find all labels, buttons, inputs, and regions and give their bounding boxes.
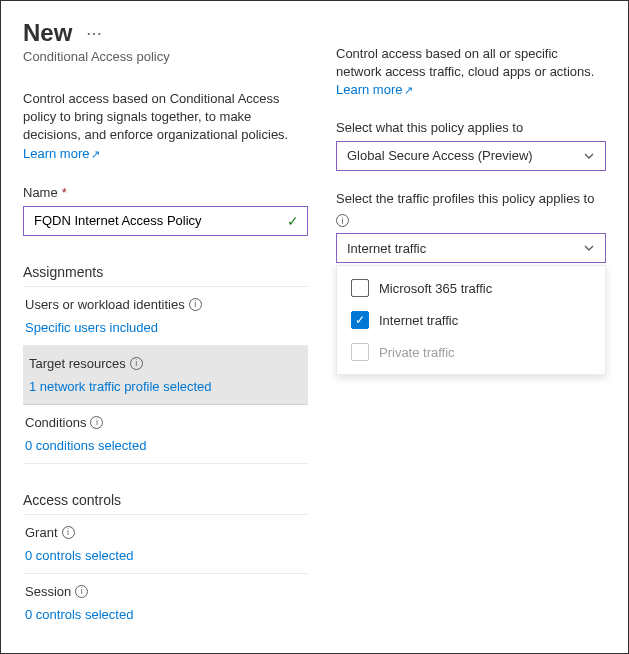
target-value[interactable]: 1 network traffic profile selected xyxy=(29,379,302,394)
info-icon[interactable]: i xyxy=(62,526,75,539)
checkmark-icon: ✓ xyxy=(287,213,299,229)
external-link-icon: ↗ xyxy=(91,148,100,160)
more-actions-icon[interactable]: ⋯ xyxy=(86,24,103,43)
access-controls-heading: Access controls xyxy=(23,492,308,515)
traffic-profiles-value: Internet traffic xyxy=(347,241,426,256)
traffic-profiles-dropdown: Microsoft 365 traffic ✓ Internet traffic… xyxy=(336,265,606,375)
learn-more-link-right[interactable]: Learn more↗ xyxy=(336,82,413,97)
grant-label: Grant i xyxy=(25,525,306,540)
conditional-access-panel: New ⋯ Conditional Access policy Control … xyxy=(0,0,629,654)
info-icon[interactable]: i xyxy=(189,298,202,311)
conditions-value[interactable]: 0 conditions selected xyxy=(25,438,306,453)
conditions-row[interactable]: Conditions i 0 conditions selected xyxy=(23,405,308,464)
users-value[interactable]: Specific users included xyxy=(25,320,306,335)
checkbox-icon xyxy=(351,279,369,297)
left-description: Control access based on Conditional Acce… xyxy=(23,90,308,163)
grant-row[interactable]: Grant i 0 controls selected xyxy=(23,515,308,574)
info-icon[interactable]: i xyxy=(75,585,88,598)
checkbox-checked-icon: ✓ xyxy=(351,311,369,329)
right-description: Control access based on all or specific … xyxy=(336,45,606,100)
name-label: Name * xyxy=(23,185,308,200)
option-private-traffic: Private traffic xyxy=(337,336,605,368)
title-row: New ⋯ xyxy=(23,19,308,47)
users-label: Users or workload identities i xyxy=(25,297,306,312)
name-input-wrapper: ✓ xyxy=(23,206,308,236)
target-resources-row[interactable]: Target resources i 1 network traffic pro… xyxy=(23,346,308,405)
assignments-heading: Assignments xyxy=(23,264,308,287)
traffic-profiles-label: Select the traffic profiles this policy … xyxy=(336,191,606,206)
applies-to-label: Select what this policy applies to xyxy=(336,120,606,135)
external-link-icon: ↗ xyxy=(404,84,413,96)
learn-more-link-left[interactable]: Learn more↗ xyxy=(23,146,100,161)
info-icon[interactable]: i xyxy=(336,214,349,227)
option-m365-traffic[interactable]: Microsoft 365 traffic xyxy=(337,272,605,304)
info-icon[interactable]: i xyxy=(90,416,103,429)
info-icon[interactable]: i xyxy=(130,357,143,370)
session-value[interactable]: 0 controls selected xyxy=(25,607,306,622)
right-column: Control access based on all or specific … xyxy=(336,19,606,635)
option-internet-traffic[interactable]: ✓ Internet traffic xyxy=(337,304,605,336)
page-title: New xyxy=(23,19,72,47)
grant-value[interactable]: 0 controls selected xyxy=(25,548,306,563)
session-label: Session i xyxy=(25,584,306,599)
chevron-down-icon xyxy=(583,150,595,162)
session-row[interactable]: Session i 0 controls selected xyxy=(23,574,308,632)
users-row[interactable]: Users or workload identities i Specific … xyxy=(23,287,308,346)
name-input[interactable] xyxy=(32,212,287,229)
checkbox-disabled-icon xyxy=(351,343,369,361)
target-label: Target resources i xyxy=(29,356,302,371)
traffic-profiles-select[interactable]: Internet traffic xyxy=(336,233,606,263)
required-asterisk: * xyxy=(62,185,67,200)
conditions-label: Conditions i xyxy=(25,415,306,430)
applies-to-select[interactable]: Global Secure Access (Preview) xyxy=(336,141,606,171)
chevron-down-icon xyxy=(583,242,595,254)
page-subtitle: Conditional Access policy xyxy=(23,49,308,64)
applies-to-value: Global Secure Access (Preview) xyxy=(347,148,533,163)
left-column: New ⋯ Conditional Access policy Control … xyxy=(23,19,308,635)
